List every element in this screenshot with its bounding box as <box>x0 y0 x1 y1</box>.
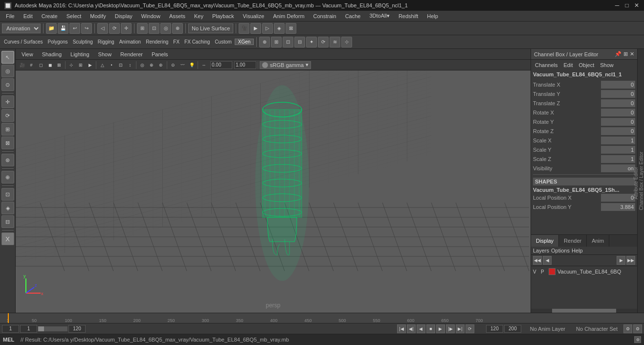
tb2-btn5[interactable]: ✦ <box>306 37 317 47</box>
edit-menu[interactable]: Edit <box>561 62 575 69</box>
visibility-value[interactable] <box>601 164 635 172</box>
snap-btn3[interactable]: ◎ <box>160 23 171 34</box>
render-btn3[interactable]: ◈ <box>274 23 285 34</box>
vp-motion-trail-btn[interactable]: 〰 <box>178 61 187 69</box>
translate-z-value[interactable] <box>601 99 635 107</box>
scale-tool-btn[interactable]: ⊞ <box>1 123 14 136</box>
vp-hud-btn[interactable]: ⊝ <box>169 61 178 69</box>
menu-key[interactable]: Key <box>190 12 207 20</box>
select-tool-left-btn[interactable]: ↖ <box>1 51 14 64</box>
tb2-btn1[interactable]: ⊕ <box>259 37 270 47</box>
move-tool-btn[interactable]: ✛ <box>1 95 14 108</box>
rotate-z-value[interactable] <box>601 127 635 135</box>
vp-menu-panels[interactable]: Panels <box>148 50 172 58</box>
render-btn[interactable]: ▶ <box>250 23 261 34</box>
stop-btn[interactable]: ■ <box>426 324 435 333</box>
sculpting-tab[interactable]: Sculpting <box>71 39 95 45</box>
menu-select[interactable]: Select <box>63 12 86 20</box>
anim-options-btn[interactable]: ⚙ <box>633 324 642 333</box>
select-tool-btn[interactable]: ◁ <box>97 23 108 34</box>
paint-select-btn[interactable]: ◎ <box>1 65 14 77</box>
vp-move-mode-btn[interactable]: ↔ <box>200 61 208 69</box>
polygons-tab[interactable]: Polygons <box>45 39 69 45</box>
menu-window[interactable]: Window <box>137 12 164 20</box>
menu-constrain[interactable]: Constrain <box>310 12 340 20</box>
snap-btn4[interactable]: ⊕ <box>172 23 183 34</box>
vp-menu-renderer[interactable]: Renderer <box>116 50 147 58</box>
scale-x-value[interactable] <box>601 137 635 144</box>
panel-expand-btn[interactable]: ⊞ <box>623 51 628 57</box>
vp-uv-btn[interactable]: ⊡ <box>116 61 125 69</box>
tb2-btn2[interactable]: ⊞ <box>271 37 282 47</box>
snap-to-grid-btn[interactable]: ⊞ <box>137 23 148 34</box>
rigging-tab[interactable]: Rigging <box>96 39 116 45</box>
menu-create[interactable]: Create <box>38 12 62 20</box>
layer-prev-btn[interactable]: ◀◀ <box>533 256 542 265</box>
tb2-btn6[interactable]: ⟳ <box>318 37 329 47</box>
vp-isolate-btn[interactable]: ⊹ <box>67 61 76 69</box>
panel-pin-btn[interactable]: 📌 <box>615 51 622 57</box>
layer-next2-btn[interactable]: ▶▶ <box>626 256 635 265</box>
playback-current-frame[interactable] <box>20 325 37 333</box>
options-menu[interactable]: Options <box>551 248 570 253</box>
anim-start-input[interactable] <box>486 325 503 333</box>
snap-mode-btn[interactable]: ⊡ <box>1 188 14 201</box>
vp-normals-btn[interactable]: ↕ <box>126 61 134 69</box>
frame-slider[interactable] <box>38 326 67 331</box>
show-menu[interactable]: Show <box>598 62 616 69</box>
vp-poly-btn[interactable]: △ <box>98 61 107 69</box>
layer-prev2-btn[interactable]: ◀ <box>543 256 552 265</box>
camera-btn[interactable]: 🎥 <box>239 23 249 34</box>
render-btn2[interactable]: ▷ <box>262 23 273 34</box>
anim-end-input[interactable] <box>504 325 521 333</box>
vp-grid-btn[interactable]: # <box>27 61 36 69</box>
animation-mode-select[interactable]: Animation <box>2 23 41 33</box>
char-set-btn[interactable]: ⚙ <box>623 324 632 333</box>
fx-tab[interactable]: FX <box>171 39 181 45</box>
vp-coord-x-input[interactable]: 0.00 <box>210 61 232 69</box>
vp-menu-lighting[interactable]: Lighting <box>67 50 93 58</box>
anim-tab[interactable]: Anim <box>587 235 609 247</box>
custom-tab[interactable]: Custom <box>213 39 233 45</box>
timeline[interactable]: 1 50 100 150 200 250 300 350 400 450 500… <box>0 313 644 323</box>
maya-icon[interactable]: ⚙ <box>634 336 641 343</box>
vp-menu-view[interactable]: View <box>18 50 37 58</box>
animation-tab[interactable]: Animation <box>117 39 143 45</box>
menu-playback[interactable]: Playback <box>208 12 238 20</box>
minimize-button[interactable]: ─ <box>614 2 621 9</box>
menu-edit[interactable]: Edit <box>20 12 37 20</box>
translate-y-value[interactable] <box>601 90 635 98</box>
timeline-playhead[interactable] <box>8 313 9 323</box>
color-space-selector[interactable]: sRGB gamma ▾ <box>260 61 311 69</box>
render-tab[interactable]: Render <box>559 235 587 247</box>
menu-display[interactable]: Display <box>111 12 136 20</box>
menu-anim-deform[interactable]: Anim Deform <box>269 12 308 20</box>
open-scene-btn[interactable]: 📁 <box>46 23 57 34</box>
vp-resolution-btn[interactable]: ⊞ <box>76 61 85 69</box>
vp-shaded-btn[interactable]: ◼ <box>45 61 54 69</box>
scale-z-value[interactable] <box>601 155 635 163</box>
lasso-btn[interactable]: ⟳ <box>109 23 120 34</box>
help-menu[interactable]: Help <box>572 248 583 253</box>
rotate-y-value[interactable] <box>601 118 635 126</box>
vp-camera-btn[interactable]: 🎥 <box>18 61 26 69</box>
step-back-btn[interactable]: ◀| <box>407 324 416 333</box>
viewport-canvas[interactable]: persp x y z <box>16 70 531 313</box>
layers-menu[interactable]: Layers <box>533 248 549 253</box>
panel-close-btn[interactable]: ✕ <box>630 51 634 57</box>
layer-next-btn[interactable]: ▶ <box>617 256 625 265</box>
channel-box-strip-label[interactable]: Channel Box / Layer Editor <box>639 150 644 212</box>
local-pos-x-value[interactable] <box>601 194 635 202</box>
scale-y-value[interactable] <box>601 146 635 154</box>
layer-playback-flag[interactable]: P <box>541 269 547 275</box>
vp-wireframe-btn[interactable]: ◻ <box>36 61 45 69</box>
save-scene-btn[interactable]: 💾 <box>58 23 68 34</box>
soft-select-btn[interactable]: ⊛ <box>1 154 14 166</box>
close-button[interactable]: ✕ <box>633 2 640 9</box>
display-tab[interactable]: Display <box>531 235 559 247</box>
redo-btn[interactable]: ↪ <box>81 23 92 34</box>
translate-x-value[interactable] <box>601 81 635 89</box>
vp-menu-show[interactable]: Show <box>94 50 116 58</box>
rotate-tool-btn[interactable]: ⟳ <box>1 109 14 122</box>
go-to-start-btn[interactable]: |◀ <box>397 324 406 333</box>
